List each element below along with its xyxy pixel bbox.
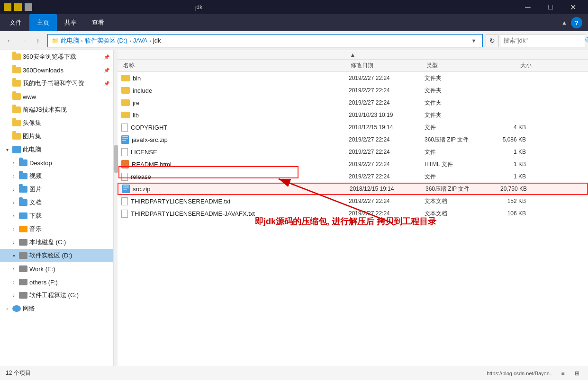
menu-share[interactable]: 共享: [57, 14, 84, 31]
breadcrumb-part-0[interactable]: 此电脑: [61, 36, 79, 45]
sidebar-item-www[interactable]: www: [0, 90, 113, 103]
table-row[interactable]: THIRDPARTYLICENSEREADME.txt 2019/2/27 22…: [118, 195, 588, 207]
col-header-date[interactable]: 修改日期: [349, 62, 425, 70]
disk-icon: [19, 239, 27, 246]
col-header-type[interactable]: 类型: [425, 62, 486, 70]
table-row[interactable]: lib 2019/10/23 10:19 文件夹: [118, 109, 588, 121]
file-name: README.html: [132, 161, 172, 168]
zip-icon: [121, 135, 129, 144]
address-bar[interactable]: 📁 此电脑 › 软件实验区 (D:) › JAVA › jdk ▼: [47, 34, 483, 47]
breadcrumb-part-1[interactable]: 软件实验区 (D:): [85, 36, 127, 45]
window-title: jdk: [195, 4, 202, 10]
sidebar-item-label: 我的电子书籍和学习资: [23, 79, 84, 88]
expand-arrow: ›: [10, 240, 17, 245]
forward-button[interactable]: →: [17, 34, 30, 47]
collapse-ribbon-button[interactable]: ▲: [561, 19, 567, 26]
svg-rect-5: [123, 186, 129, 186]
sidebar-item-videos[interactable]: › 视频: [0, 169, 113, 183]
sidebar-item-label: 360Downloads: [23, 67, 63, 74]
refresh-button[interactable]: ↻: [486, 34, 499, 47]
address-breadcrumb: 此电脑 › 软件实验区 (D:) › JAVA › jdk: [61, 36, 467, 45]
folder-icon: [121, 87, 130, 94]
up-button[interactable]: ↑: [31, 34, 45, 47]
file-name-cell: LICENSE: [121, 148, 349, 156]
search-button[interactable]: 🔍: [585, 37, 588, 44]
sidebar-scrollbar[interactable]: [114, 50, 118, 366]
maximize-button[interactable]: □: [540, 0, 561, 14]
table-row[interactable]: LICENSE 2019/2/27 22:24 文件 1 KB: [118, 146, 588, 158]
sidebar-item-documents[interactable]: › 文档: [0, 196, 113, 209]
sidebar-item-disk-f[interactable]: › others (F:): [0, 275, 113, 289]
sidebar-item-label: 头像集: [23, 119, 41, 127]
file-date: 2019/2/27 22:24: [349, 99, 425, 106]
col-header-size[interactable]: 大小: [486, 62, 534, 70]
table-row[interactable]: release 2019/2/27 22:24 文件 1 KB: [118, 170, 588, 183]
folder-icon: [12, 133, 21, 140]
menu-home[interactable]: 主页: [29, 14, 57, 31]
sidebar-item-360downloads[interactable]: 360Downloads 📌: [0, 63, 113, 77]
sidebar-item-disk-d[interactable]: ▾ 软件实验区 (D:): [0, 249, 113, 262]
table-row[interactable]: include 2019/2/27 22:24 文件夹: [118, 84, 588, 97]
table-row[interactable]: THIRDPARTYLICENSEREADME-JAVAFX.txt 2019/…: [118, 207, 588, 220]
help-button[interactable]: ?: [571, 17, 582, 28]
sidebar-item-music[interactable]: › 音乐: [0, 222, 113, 236]
svg-rect-2: [122, 138, 128, 139]
sidebar-item-downloads[interactable]: › 下载: [0, 209, 113, 222]
sidebar-item-ebooks[interactable]: 我的电子书籍和学习资 📌: [0, 77, 113, 90]
sidebar-item-disk-g[interactable]: › 软件工程算法 (G:): [0, 289, 113, 302]
folder-blue-icon: [19, 173, 27, 179]
sidebar-item-desktop[interactable]: › Desktop: [0, 156, 113, 169]
close-button[interactable]: ✕: [562, 0, 584, 14]
save-icon: [4, 3, 11, 11]
sidebar-item-avatars[interactable]: 头像集: [0, 116, 113, 130]
breadcrumb-part-3: jdk: [153, 37, 161, 44]
file-size: 1 KB: [486, 173, 534, 180]
sidebar-item-network[interactable]: › 网络: [0, 302, 113, 315]
minimize-button[interactable]: ─: [517, 0, 539, 14]
expand-arrow: ›: [10, 227, 17, 232]
sidebar-item-frontend[interactable]: 前端JS技术实现: [0, 103, 113, 116]
file-date: 2019/2/27 22:24: [349, 173, 425, 180]
address-dropdown-button[interactable]: ▼: [469, 35, 479, 47]
menu-view[interactable]: 查看: [84, 14, 112, 31]
sidebar-item-this-pc[interactable]: ▾ 此电脑: [0, 143, 113, 156]
file-name-cell: COPYRIGHT: [121, 124, 349, 132]
sidebar-item-disk-e[interactable]: › Work (E:): [0, 262, 113, 275]
menu-file[interactable]: 文件: [2, 14, 29, 31]
sidebar-item-label: www: [23, 93, 36, 100]
sidebar-item-pictures[interactable]: › 图片: [0, 183, 113, 196]
folder-icon: [12, 106, 21, 113]
sidebar-item-disk-c[interactable]: › 本地磁盘 (C:): [0, 236, 113, 249]
table-row[interactable]: COPYRIGHT 2018/12/15 19:14 文件 4 KB: [118, 121, 588, 133]
file-name: release: [131, 173, 151, 180]
folder-icon: [12, 80, 21, 87]
nav-bar: ← → ↑ 📁 此电脑 › 软件实验区 (D:) › JAVA › jdk ▼ …: [0, 31, 588, 50]
zip-icon: [122, 185, 130, 193]
sidebar-item-label: Work (E:): [29, 265, 55, 273]
view-details-button[interactable]: ≡: [558, 368, 568, 379]
file-name: THIRDPARTYLICENSEREADME-JAVAFX.txt: [131, 210, 255, 217]
back-button[interactable]: ←: [3, 34, 16, 47]
col-header-name[interactable]: 名称: [121, 62, 349, 70]
folder-blue-icon: [19, 159, 27, 166]
file-type: 文件: [425, 148, 486, 156]
folder-icon: [12, 120, 21, 126]
view-tiles-button[interactable]: ⊞: [572, 368, 582, 379]
sidebar-item-360browser[interactable]: 360安全浏览器下载 📌: [0, 50, 113, 63]
table-row[interactable]: README.html 2019/2/27 22:24 HTML 文件 1 KB: [118, 158, 588, 170]
file-type: 文件夹: [425, 99, 486, 107]
file-name: THIRDPARTYLICENSEREADME.txt: [131, 198, 230, 205]
sidebar-item-label: 本地磁盘 (C:): [29, 238, 66, 247]
sidebar-item-images[interactable]: 图片集: [0, 130, 113, 143]
pin-icon: 📌: [104, 81, 109, 86]
file-size: 4 KB: [486, 124, 534, 131]
table-row[interactable]: src.zip 2018/12/15 19:14 360压缩 ZIP 文件 20…: [118, 183, 588, 195]
status-right: https://blog.csdn.net/Bayon... ≡ ⊞: [487, 368, 582, 379]
breadcrumb-part-2[interactable]: JAVA: [133, 37, 148, 44]
file-name-cell: bin: [121, 75, 349, 82]
table-row[interactable]: jre 2019/2/27 22:24 文件夹: [118, 97, 588, 109]
search-input[interactable]: [503, 37, 583, 44]
html-icon: [121, 160, 129, 168]
table-row[interactable]: bin 2019/2/27 22:24 文件夹: [118, 72, 588, 84]
table-row[interactable]: javafx-src.zip 2019/2/27 22:24 360压缩 ZIP…: [118, 133, 588, 146]
